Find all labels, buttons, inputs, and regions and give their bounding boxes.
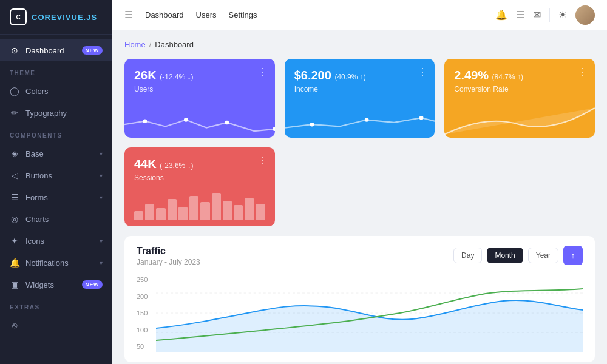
sidebar-item-typography[interactable]: ✏ Typography xyxy=(0,102,112,124)
bar xyxy=(156,208,165,220)
sidebar-navigation: ⊙ Dashboard NEW THEME ◯ Colors ✏ Typogra… xyxy=(0,35,112,364)
bar xyxy=(212,193,221,220)
mini-chart-users xyxy=(124,101,275,138)
sun-icon[interactable]: ☀ xyxy=(558,9,567,21)
export-button[interactable]: ↑ xyxy=(563,246,583,265)
components-section-label: COMPONENTS xyxy=(0,124,112,143)
stat-label: Users xyxy=(134,85,265,93)
svg-point-0 xyxy=(143,119,147,123)
header-navigation: Dashboard Users Settings xyxy=(145,10,257,19)
list-icon[interactable]: ☰ xyxy=(516,9,524,21)
main-area: ☰ Dashboard Users Settings 🔔 ☰ ✉ ☀ Home … xyxy=(112,0,607,364)
forms-icon: ☰ xyxy=(10,192,19,202)
traffic-title-group: Traffic January - July 2023 xyxy=(137,246,200,266)
stat-card-users: ⋮ 26K (-12.4% ↓) Users xyxy=(124,59,275,138)
sidebar-item-forms[interactable]: ☰ Forms ▾ xyxy=(0,186,112,208)
bar xyxy=(134,211,143,220)
avatar-image xyxy=(575,5,595,25)
stats-grid-row2: ⋮ 44K (-23.6% ↓) Sessions xyxy=(124,147,595,226)
mini-bars xyxy=(124,190,275,226)
sidebar-item-colors[interactable]: ◯ Colors xyxy=(0,80,112,102)
breadcrumb: Home / Dashboard xyxy=(124,40,595,49)
nav-dashboard[interactable]: Dashboard xyxy=(145,10,184,19)
stat-value: 44K (-23.6% ↓) xyxy=(134,157,265,171)
card-menu-sessions[interactable]: ⋮ xyxy=(258,155,268,166)
sidebar-item-icons[interactable]: ✦ Icons ▾ xyxy=(0,230,112,252)
bar xyxy=(245,198,254,221)
card-menu-income[interactable]: ⋮ xyxy=(418,66,427,78)
theme-section-label: THEME xyxy=(0,61,112,80)
stat-label: Income xyxy=(294,85,426,93)
bell-icon[interactable]: 🔔 xyxy=(495,9,507,21)
breadcrumb-home[interactable]: Home xyxy=(124,40,146,49)
mini-chart-income xyxy=(285,101,435,138)
y-label: 100 xyxy=(137,326,156,334)
empty-col-1 xyxy=(285,147,435,226)
card-menu-users[interactable]: ⋮ xyxy=(258,66,268,78)
menu-icon[interactable]: ☰ xyxy=(124,9,133,21)
traffic-section: Traffic January - July 2023 Day Month Ye… xyxy=(124,236,595,362)
period-year-button[interactable]: Year xyxy=(528,248,558,263)
mini-chart-sessions xyxy=(124,190,275,226)
traffic-chart-area: 250 200 150 100 50 xyxy=(137,274,583,352)
stat-value: 2.49% (84.7% ↑) xyxy=(454,69,585,83)
logo-icon: C xyxy=(10,8,27,25)
sidebar-item-notifications[interactable]: 🔔 Notifications ▾ xyxy=(0,252,112,274)
avatar[interactable] xyxy=(575,5,595,25)
bar xyxy=(234,205,243,220)
colors-icon: ◯ xyxy=(10,86,19,96)
y-label: 250 xyxy=(137,276,156,283)
sidebar-item-buttons[interactable]: ◁ Buttons ▾ xyxy=(0,164,112,186)
sidebar-item-base[interactable]: ◈ Base ▾ xyxy=(0,143,112,164)
stat-value: 26K (-12.4% ↓) xyxy=(134,69,265,83)
sidebar-item-dashboard[interactable]: ⊙ Dashboard NEW xyxy=(0,39,112,61)
chevron-icon: ▾ xyxy=(100,260,103,266)
traffic-chart-svg xyxy=(156,274,583,352)
bar xyxy=(223,201,232,221)
stat-label: Conversion Rate xyxy=(454,85,585,93)
nav-users[interactable]: Users xyxy=(196,10,217,19)
period-month-button[interactable]: Month xyxy=(487,248,523,263)
export-icon: ↑ xyxy=(571,251,575,260)
traffic-title: Traffic xyxy=(137,246,200,257)
breadcrumb-current: Dashboard xyxy=(155,40,194,49)
card-menu-conversion[interactable]: ⋮ xyxy=(578,66,588,78)
chevron-icon: ▾ xyxy=(100,238,103,244)
sidebar-item-label: Charts xyxy=(25,215,49,224)
bar xyxy=(200,202,209,220)
stat-value: $6.200 (40.9% ↑) xyxy=(294,69,426,83)
sidebar-item-label: Typography xyxy=(25,109,67,118)
sidebar-item-label: Widgets xyxy=(25,280,54,289)
mini-chart-conversion xyxy=(444,101,595,138)
nav-settings[interactable]: Settings xyxy=(229,10,257,19)
dashboard-icon: ⊙ xyxy=(10,46,19,55)
sidebar-item-extra-action[interactable]: ⎋ xyxy=(0,314,112,336)
sidebar-item-charts[interactable]: ◎ Charts xyxy=(0,208,112,230)
header-divider xyxy=(549,8,550,22)
stat-label: Sessions xyxy=(134,174,265,182)
extras-section-label: EXTRAS xyxy=(0,295,112,314)
chevron-icon: ▾ xyxy=(100,194,103,201)
sidebar-item-label: Base xyxy=(25,149,44,158)
sidebar-item-widgets[interactable]: ▣ Widgets NEW xyxy=(0,274,112,295)
svg-point-2 xyxy=(225,121,229,125)
svg-point-3 xyxy=(273,127,274,132)
bar xyxy=(189,196,198,220)
content-area: Home / Dashboard ⋮ 26K (-12.4% ↓) Users xyxy=(112,30,607,364)
sidebar-item-label: Buttons xyxy=(25,171,52,180)
header-icons: 🔔 ☰ ✉ ☀ xyxy=(495,5,595,25)
bar xyxy=(145,204,154,221)
new-badge: NEW xyxy=(82,280,103,289)
empty-col-2 xyxy=(444,147,595,226)
stat-card-income: ⋮ $6.200 (40.9% ↑) Income xyxy=(285,59,435,138)
sidebar-item-label: Forms xyxy=(25,193,48,202)
period-day-button[interactable]: Day xyxy=(453,248,482,263)
sidebar: C COREVIVUE.JS ⊙ Dashboard NEW THEME ◯ C… xyxy=(0,0,112,364)
charts-icon: ◎ xyxy=(10,214,19,224)
stat-card-sessions: ⋮ 44K (-23.6% ↓) Sessions xyxy=(124,147,275,226)
y-axis: 250 200 150 100 50 xyxy=(137,274,156,352)
svg-point-5 xyxy=(364,118,368,122)
svg-point-6 xyxy=(419,116,423,120)
sidebar-item-label: Colors xyxy=(25,87,49,96)
mail-icon[interactable]: ✉ xyxy=(533,9,541,21)
